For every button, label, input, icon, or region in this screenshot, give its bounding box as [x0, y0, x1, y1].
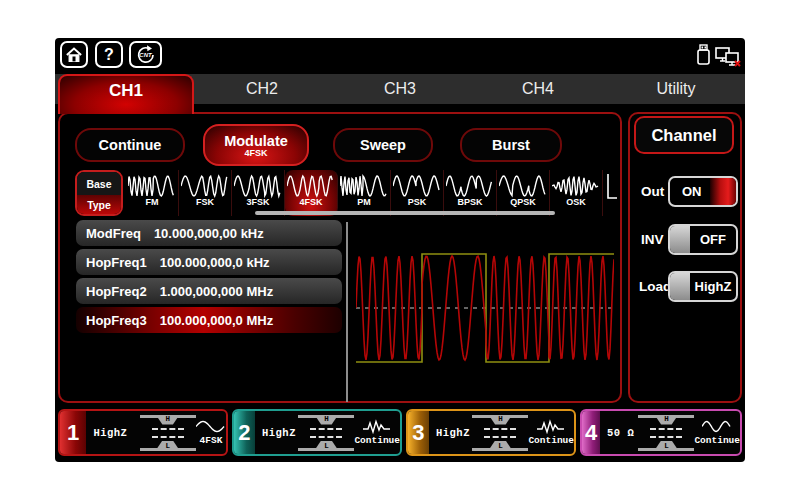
burst-mode-button[interactable]: Burst — [460, 128, 562, 162]
wave-type-scrollbar[interactable] — [255, 211, 555, 215]
usb-drive-icon — [696, 43, 711, 67]
toggle-handle — [670, 273, 690, 300]
param-row-hopfreq3[interactable]: HopFreq3 100.000,000,0 MHz — [76, 307, 342, 333]
wave-type-qpsk[interactable]: QPSK — [497, 170, 550, 216]
high-low-indicator: H L — [298, 415, 354, 451]
tab-ch1[interactable]: CH1 — [58, 74, 194, 114]
invert-toggle[interactable]: OFF — [668, 224, 738, 255]
modulation-panel: Continue Modulate 4FSK Sweep Burst Base … — [58, 112, 622, 403]
base-type-button[interactable]: Base Type — [75, 170, 123, 216]
counter-label: CNT — [139, 52, 151, 58]
waveform-preview — [356, 253, 614, 365]
osk-waveform-icon — [552, 173, 600, 199]
tab-utility[interactable]: Utility — [607, 74, 745, 104]
wave-type-bpsk[interactable]: BPSK — [444, 170, 497, 216]
wave-type-pm[interactable]: PM — [338, 170, 391, 216]
tab-ch3[interactable]: CH3 — [331, 74, 469, 104]
arb-icon — [536, 419, 566, 434]
bpsk-waveform-icon — [446, 173, 494, 199]
home-icon — [65, 46, 83, 64]
status-channel-2[interactable]: 2 HighZ H L Continue — [232, 409, 402, 456]
status-channel-3[interactable]: 3 HighZ H L Continue — [406, 409, 576, 456]
toggle-handle — [670, 226, 690, 253]
tab-ch1-label: CH1 — [109, 81, 143, 100]
status-channel-4[interactable]: 4 50 Ω H L Continue — [580, 409, 742, 456]
inv-label: INV — [641, 232, 664, 247]
panel-divider — [346, 222, 348, 402]
pulse-waveform-icon-partial — [605, 172, 619, 202]
channel-mode: Continue — [354, 435, 400, 446]
fsk-waveform-icon — [181, 173, 229, 199]
3fsk-waveform-icon — [234, 173, 282, 199]
high-low-indicator: H L — [139, 415, 196, 451]
wave-type-fsk[interactable]: FSK — [179, 170, 232, 216]
wave-type-osk[interactable]: OSK — [550, 170, 603, 216]
toggle-on-stripe — [710, 178, 736, 205]
channel-mode: 4FSK — [200, 435, 223, 446]
output-toggle[interactable]: ON — [668, 176, 738, 207]
load-toggle[interactable]: HighZ — [668, 271, 738, 302]
modulate-mode-button[interactable]: Modulate 4FSK — [203, 124, 309, 166]
counter-button[interactable]: CNT — [129, 41, 162, 68]
param-row-modfreq[interactable]: ModFreq 10.000,000,00 kHz — [76, 220, 342, 246]
wave-type-psk[interactable]: PSK — [391, 170, 444, 216]
sine-icon — [196, 419, 226, 434]
out-label: Out — [641, 184, 664, 199]
wave-type-fm[interactable]: FM — [126, 170, 179, 216]
tab-ch4[interactable]: CH4 — [469, 74, 607, 104]
param-row-hopfreq2[interactable]: HopFreq2 1.000,000,000 MHz — [76, 278, 342, 304]
qpsk-waveform-icon — [499, 173, 547, 199]
wave-type-3fsk[interactable]: 3FSK — [232, 170, 285, 216]
status-channel-1[interactable]: 1 HighZ H L 4FSK — [58, 409, 228, 456]
tab-ch2[interactable]: CH2 — [193, 74, 331, 104]
fm-waveform-icon — [128, 173, 176, 199]
high-low-indicator: H L — [638, 415, 694, 451]
4fsk-waveform-icon — [287, 173, 335, 199]
arb-icon — [362, 419, 392, 434]
high-low-indicator: H L — [472, 415, 528, 451]
channel-mode: Continue — [694, 435, 740, 446]
pm-waveform-icon — [340, 173, 388, 199]
generator-screen: ? CNT CH2 CH3 CH4 Utility CH1 Continue — [55, 38, 745, 462]
channel-panel-title: Channel — [634, 116, 734, 154]
channel-number-badge: 4 — [582, 411, 600, 454]
wave-icon — [702, 419, 732, 434]
load-value: 50 Ω — [607, 427, 638, 439]
channel-mode: Continue — [528, 435, 574, 446]
load-value: HighZ — [262, 427, 298, 439]
load-label: Load — [639, 279, 671, 294]
channel-number-badge: 2 — [234, 411, 255, 454]
continue-mode-button[interactable]: Continue — [75, 128, 185, 162]
channel-panel: Channel Out ON INV OFF Load HighZ — [628, 112, 742, 403]
channel-number-badge: 3 — [408, 411, 429, 454]
load-value: HighZ — [436, 427, 472, 439]
help-button[interactable]: ? — [95, 41, 123, 68]
load-value: HighZ — [93, 427, 139, 439]
sweep-mode-button[interactable]: Sweep — [333, 128, 433, 162]
help-icon: ? — [104, 46, 114, 64]
lan-disconnected-icon — [714, 46, 742, 68]
modulate-sublabel: 4FSK — [244, 148, 267, 158]
channel-number-badge: 1 — [60, 411, 86, 454]
psk-waveform-icon — [393, 173, 441, 199]
wave-type-4fsk[interactable]: 4FSK — [285, 170, 338, 216]
home-button[interactable] — [60, 41, 88, 68]
param-row-hopfreq1[interactable]: HopFreq1 100.000,000,0 kHz — [76, 249, 342, 275]
